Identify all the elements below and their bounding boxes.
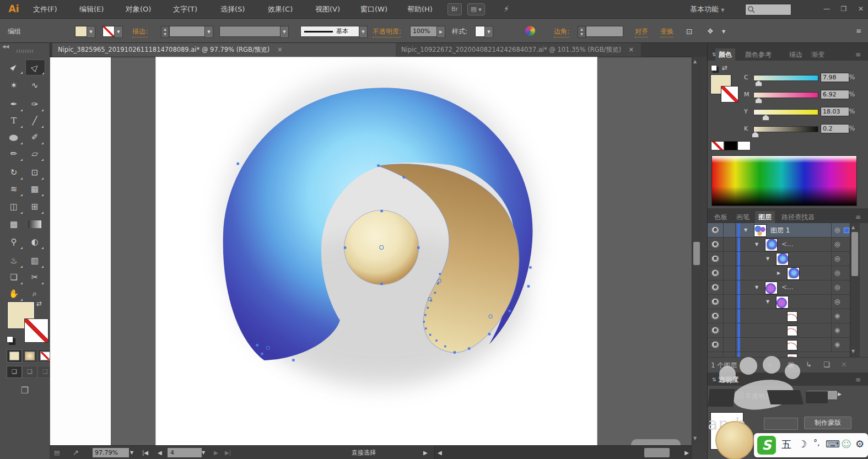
width-profile-dropdown[interactable]: ▼ xyxy=(359,26,368,38)
layer-lock-cell[interactable] xyxy=(723,223,736,237)
cyan-slider-thumb[interactable] xyxy=(755,80,762,87)
menu-file[interactable]: 文件(F) xyxy=(25,0,65,18)
tab-gradient[interactable]: 渐变 xyxy=(808,48,828,61)
color-mode-button[interactable] xyxy=(7,349,22,363)
ellipse-tool[interactable]: ● xyxy=(4,130,23,145)
artboard-dropdown-icon[interactable]: ▼ xyxy=(202,448,205,457)
panel-menu-icon[interactable]: ≡ xyxy=(852,374,864,386)
status-expand-icon[interactable]: ▶ xyxy=(423,448,428,457)
layers-scrollbar[interactable]: ▲ ▼ xyxy=(850,223,860,357)
swap-fill-stroke-icon[interactable]: ⇄ xyxy=(722,64,727,72)
gradient-tool[interactable]: ▨ xyxy=(25,217,44,232)
line-segment-tool[interactable]: ╱ xyxy=(25,114,44,128)
mesh-tool[interactable]: ▩ xyxy=(4,217,23,232)
fill-color-dropdown[interactable]: ▼ xyxy=(87,26,95,38)
disclosure-triangle[interactable]: ▼ xyxy=(766,299,769,304)
transparency-mask-thumbnail[interactable] xyxy=(764,418,798,430)
arrange-documents-button[interactable]: ▤ ▼ xyxy=(467,3,485,15)
scroll-right-icon[interactable]: ▶ xyxy=(684,448,689,457)
menu-select[interactable]: 选择(S) xyxy=(213,0,252,18)
style-swatch[interactable] xyxy=(475,26,485,37)
curvature-tool[interactable]: ✑ xyxy=(25,97,44,112)
style-dropdown[interactable]: ▼ xyxy=(484,26,493,38)
stroke-color-swatch[interactable] xyxy=(103,26,115,37)
scroll-down-icon[interactable]: ▼ xyxy=(693,436,697,441)
scroll-up-icon[interactable]: ▲ xyxy=(693,59,697,64)
disclosure-triangle[interactable]: ▼ xyxy=(744,228,747,233)
layer-visibility-toggle[interactable] xyxy=(708,295,724,309)
lasso-tool[interactable]: ∿ xyxy=(25,78,44,93)
stroke-weight-label[interactable]: 描边: xyxy=(132,27,148,37)
ime-settings-icon[interactable]: ⚙ xyxy=(855,438,864,450)
ime-logo[interactable]: S xyxy=(757,436,776,455)
paintbrush-tool[interactable]: ✐ xyxy=(25,130,44,145)
black-slider[interactable] xyxy=(753,126,818,132)
yellow-slider[interactable] xyxy=(753,109,818,115)
scroll-left-icon[interactable]: ◀ xyxy=(438,448,442,457)
layer-visibility-toggle[interactable] xyxy=(708,338,724,352)
layer-visibility-toggle[interactable] xyxy=(708,309,724,323)
black-slider-thumb[interactable] xyxy=(752,132,759,138)
black-value-field[interactable]: 0.2 xyxy=(821,124,849,133)
layer-lock-cell[interactable] xyxy=(723,309,736,323)
scroll-up-icon[interactable]: ▲ xyxy=(851,225,855,230)
layer-visibility-toggle[interactable] xyxy=(708,237,724,251)
zoom-dropdown-icon[interactable]: ▼ xyxy=(130,448,133,457)
layer-lock-cell[interactable] xyxy=(723,280,736,294)
layer-row[interactable]: ▼ 图层 1 ◎ xyxy=(708,223,850,237)
vertical-scrollbar[interactable]: ▲ ▼ xyxy=(692,57,702,445)
zoom-level-field[interactable]: 97.79% xyxy=(93,448,129,457)
layer-row[interactable]: ▶ ◎ xyxy=(708,266,850,280)
black-swatch[interactable] xyxy=(724,141,737,150)
menu-effect[interactable]: 效果(C) xyxy=(260,0,300,18)
cyan-slider[interactable] xyxy=(753,75,818,81)
width-tool[interactable]: ≋ xyxy=(4,182,23,197)
disclosure-triangle[interactable]: ▼ xyxy=(755,285,758,290)
tab-pathfinder[interactable]: 路径查找器 xyxy=(778,211,818,223)
blend-tool[interactable]: ◐ xyxy=(25,235,44,250)
tab-layers[interactable]: 图层 xyxy=(755,211,775,223)
layer-target-icon[interactable]: ◎ xyxy=(834,283,840,291)
screen-mode-button[interactable]: ❐ xyxy=(15,384,34,398)
restore-button[interactable]: ❐ xyxy=(837,3,851,15)
make-mask-button[interactable]: 制作蒙版 xyxy=(804,417,851,429)
layer-name[interactable]: <... xyxy=(781,240,794,248)
last-artboard-button[interactable]: ▶| xyxy=(225,448,231,457)
tab-close-icon[interactable]: × xyxy=(277,46,283,53)
layer-lock-cell[interactable] xyxy=(723,295,736,309)
layer-visibility-toggle[interactable] xyxy=(708,323,724,337)
tab-color[interactable]: 颜色 xyxy=(715,48,735,61)
direct-selection-tool[interactable]: ▷ xyxy=(25,60,45,75)
vertical-scroll-thumb[interactable] xyxy=(693,242,700,265)
layer-target-icon[interactable]: ◎ xyxy=(834,298,840,305)
white-swatch[interactable] xyxy=(737,141,751,150)
minimize-button[interactable]: — xyxy=(820,3,834,15)
disclosure-triangle[interactable]: ▶ xyxy=(777,271,780,276)
isolate-mode-icon[interactable]: ❖ xyxy=(707,27,714,35)
perspective-grid-tool[interactable]: ⊞ xyxy=(25,199,44,214)
tab-color-guide[interactable]: 颜色参考 xyxy=(742,48,775,61)
layers-scroll-thumb[interactable] xyxy=(851,232,858,276)
status-icon-1[interactable]: ▤ xyxy=(54,448,60,457)
layer-target-icon[interactable]: ◎ xyxy=(834,240,840,248)
menu-window[interactable]: 窗口(W) xyxy=(353,0,395,18)
layer-row[interactable]: ▼ ◎ xyxy=(708,252,850,266)
layer-lock-cell[interactable] xyxy=(723,266,736,280)
control-panel-menu-icon[interactable]: ≡ xyxy=(856,27,861,35)
panel-menu-icon[interactable]: ≡ xyxy=(852,48,864,61)
first-artboard-button[interactable]: |◀ xyxy=(142,448,148,457)
opacity-slider-icon[interactable]: ▶ xyxy=(838,391,842,397)
column-graph-tool[interactable]: ▥ xyxy=(25,253,44,268)
tab-swatches[interactable]: 色板 xyxy=(711,211,731,223)
layer-visibility-toggle[interactable] xyxy=(708,280,724,294)
layer-name[interactable]: <... xyxy=(781,283,794,291)
layer-target-icon[interactable]: ◎ xyxy=(834,255,840,262)
layer-target-icon[interactable]: ◉ xyxy=(834,341,840,348)
ime-keyboard-icon[interactable]: ⌨ xyxy=(826,438,840,450)
menu-edit[interactable]: 编辑(E) xyxy=(72,0,111,18)
transform-button[interactable]: 变换 xyxy=(660,27,673,37)
corner-field[interactable] xyxy=(586,26,623,37)
layer-visibility-toggle[interactable] xyxy=(708,252,724,266)
export-icon[interactable]: ↗ xyxy=(73,448,79,457)
document-tab-active[interactable]: Nipic_3825965_20191026111814708089.ai* @… xyxy=(52,43,400,57)
